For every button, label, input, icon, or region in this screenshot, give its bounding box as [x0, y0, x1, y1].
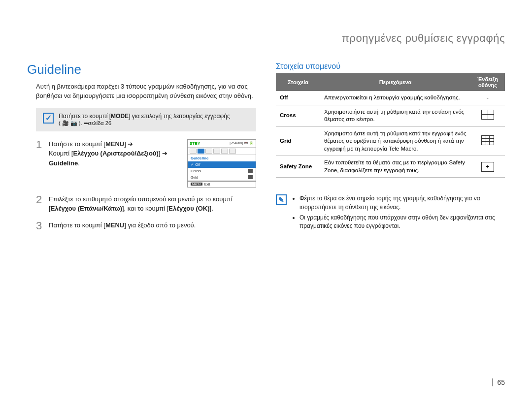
- lcd-item-cross: Cross: [188, 168, 256, 174]
- table-cell-desc: Χρησιμοποιήστε αυτή τη ρύθμιση κατά την …: [320, 126, 470, 156]
- tips-block: Φέρτε το θέμα σε ένα σημείο τομής της γρ…: [276, 194, 505, 233]
- table-cell-desc: Εάν τοποθετείτε τα θέματά σας με το περί…: [320, 156, 470, 178]
- table-cell-indicator: [470, 126, 505, 156]
- tip-item: Φέρτε το θέμα σε ένα σημείο τομής της γρ…: [299, 194, 505, 212]
- grid-icon: [481, 135, 494, 145]
- check-icon: [43, 113, 54, 124]
- step-number: 2: [36, 194, 42, 214]
- table-header-indicator: Ένδειξη οθόνης: [470, 73, 505, 91]
- table-cell-indicator: +: [470, 156, 505, 178]
- info-icon: [276, 194, 287, 205]
- table-cell-item: Off: [276, 91, 320, 105]
- lcd-tab: [229, 149, 236, 154]
- camera-icon: ( 🎥 📷 ). ➥σελίδα 26: [59, 120, 111, 126]
- table-cell-item: Cross: [276, 105, 320, 126]
- table-cell-item: Grid: [276, 126, 320, 156]
- section-title: Guideline: [27, 62, 256, 77]
- lcd-tab-active: [198, 149, 204, 154]
- table-header-items: Στοιχεία: [276, 73, 320, 91]
- lcd-time: [254Min] 📼 🔋: [230, 141, 254, 145]
- mode-note: Πατήστε το κουμπί [MODE] για επιλογή της…: [36, 108, 256, 131]
- step-1-text: Πατήστε το κουμπί [MENU] ➔ Κουμπί [Ελέγχ…: [49, 139, 179, 168]
- tips-list: Φέρτε το θέμα σε ένα σημείο τομής της γρ…: [292, 194, 505, 233]
- page-number: 65: [492, 378, 505, 386]
- step-3-text: Πατήστε το κουμπί [MENU] για έξοδο από τ…: [49, 220, 256, 231]
- lcd-item-off: ✓ Off: [188, 161, 256, 168]
- steps-list: 1 Πατήστε το κουμπί [MENU] ➔ Κουμπί [Ελέ…: [27, 139, 256, 231]
- lcd-exit: MENU Exit: [188, 182, 256, 187]
- lcd-item-grid: Grid: [188, 174, 256, 181]
- table-header-content: Περιεχόμενα: [320, 73, 470, 91]
- lcd-tab: [190, 149, 197, 154]
- table-cell-item: Safety Zone: [276, 156, 320, 178]
- table-cell-indicator: -: [470, 91, 505, 105]
- left-column: Guideline Αυτή η βιντεοκάμερα παρέχει 3 …: [27, 62, 256, 238]
- submenu-table: Στοιχεία Περιεχόμενα Ένδειξη οθόνης Off …: [276, 73, 505, 178]
- table-cell-desc: Απενεργοποιείται η λειτουργία γραμμής κα…: [320, 91, 470, 105]
- table-row: Safety Zone Εάν τοποθετείτε τα θέματά σα…: [276, 156, 505, 178]
- table-cell-desc: Χρησιμοποιήστε αυτή τη ρύθμιση κατά την …: [320, 105, 470, 126]
- step-1: 1 Πατήστε το κουμπί [MENU] ➔ Κουμπί [Ελέ…: [36, 139, 256, 187]
- lcd-tab: [205, 149, 212, 154]
- two-column-layout: Guideline Αυτή η βιντεοκάμερα παρέχει 3 …: [27, 62, 505, 238]
- lcd-menu-title: Guideline: [188, 155, 256, 161]
- lcd-screenshot: STBY [254Min] 📼 🔋 Guideline: [187, 139, 256, 187]
- table-row: Cross Χρησιμοποιήστε αυτή τη ρύθμιση κατ…: [276, 105, 505, 126]
- step-number: 3: [36, 220, 42, 231]
- cross-icon: [481, 110, 494, 120]
- step-2: 2 Επιλέξτε το επιθυμητό στοιχείο υπομενο…: [36, 194, 256, 214]
- page-header: προηγμένες ρυθμίσεις εγγραφής: [27, 32, 505, 47]
- lcd-tabs: [188, 148, 256, 155]
- step-3: 3 Πατήστε το κουμπί [MENU] για έξοδο από…: [36, 220, 256, 231]
- lcd-tab: [221, 149, 228, 154]
- step-2-text: Επιλέξτε το επιθυμητό στοιχείο υπομενού …: [49, 194, 256, 214]
- step-number: 1: [36, 139, 42, 187]
- tip-item: Οι γραμμές καθοδήγησης που υπάρχουν στην…: [299, 214, 505, 231]
- right-column: Στοιχεία υπομενού Στοιχεία Περιεχόμενα Έ…: [276, 62, 505, 238]
- lcd-tab: [213, 149, 220, 154]
- table-row: Grid Χρησιμοποιήστε αυτή τη ρύθμιση κατά…: [276, 126, 505, 156]
- intro-text: Αυτή η βιντεοκάμερα παρέχει 3 τύπους γρα…: [27, 82, 256, 101]
- note-text: Πατήστε το κουμπί [MODE] για επιλογή της…: [59, 113, 230, 126]
- submenu-title: Στοιχεία υπομενού: [276, 62, 505, 73]
- safe-zone-icon: +: [481, 162, 494, 172]
- table-cell-indicator: [470, 105, 505, 126]
- lcd-stby-label: STBY: [190, 141, 200, 146]
- table-row: Off Απενεργοποιείται η λειτουργία γραμμή…: [276, 91, 505, 105]
